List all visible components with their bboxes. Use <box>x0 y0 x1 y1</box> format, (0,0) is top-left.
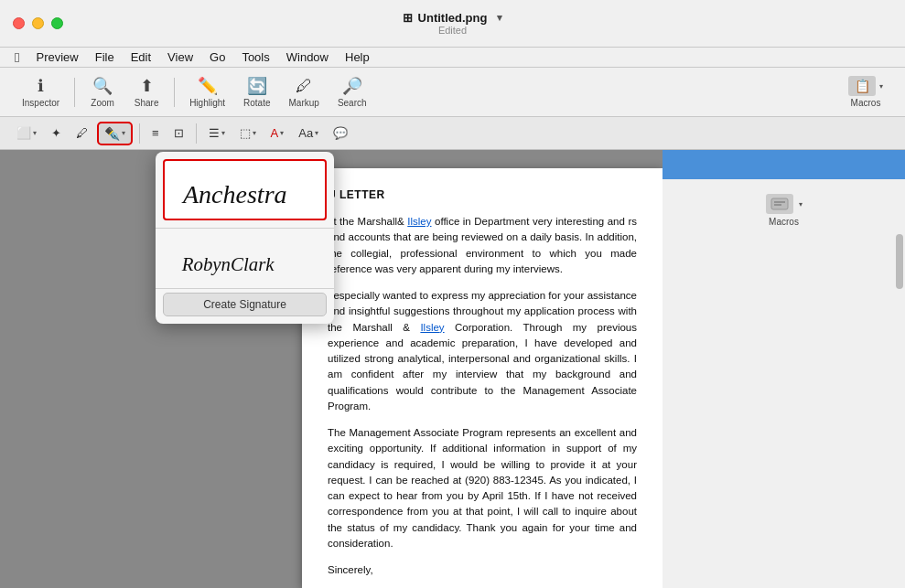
menu-go[interactable]: Go <box>202 49 232 65</box>
zoom-in-icon: 🔍 <box>92 76 113 96</box>
letter-para-1: at the Marshall& Ilsley office in Depart… <box>328 214 637 277</box>
right-panel-top <box>663 150 905 179</box>
title-bar: ⊞ Untitled.png ▾ Edited <box>0 0 905 48</box>
menu-bar:  Preview File Edit View Go Tools Window… <box>0 48 905 68</box>
menu-file[interactable]: File <box>88 49 122 65</box>
signature-item-2[interactable]: RobynClark <box>156 232 334 288</box>
markup-button[interactable]: 🖊 Markup <box>282 73 327 112</box>
svg-text:RobynClark: RobynClark <box>181 253 275 275</box>
letter-page: U LETTER at the Marshall& Ilsley office … <box>302 168 663 588</box>
search-label: Search <box>338 98 367 108</box>
menu-preview[interactable]: Preview <box>28 49 85 65</box>
menu-help[interactable]: Help <box>338 49 377 65</box>
window-title-area: ⊞ Untitled.png ▾ Edited <box>403 11 503 36</box>
markup-bar: ⬜ ▾ ✦ 🖊 ✒️ ▾ ≡ ⊡ ☰ ▾ ⬚ ▾ A ▾ Aa ▾ <box>0 117 905 150</box>
file-subtitle: Edited <box>438 25 467 36</box>
sketch-icon: 🖊 <box>76 126 88 140</box>
letter-para-3: The Management Associate Program represe… <box>328 425 637 551</box>
file-title: Untitled.png <box>418 11 488 25</box>
macros-dropdown-arrow: ▾ <box>879 82 883 91</box>
selection-tool-btn[interactable]: ⬜ ▾ <box>11 123 42 143</box>
instant-alpha-btn[interactable]: ✦ <box>46 123 67 143</box>
zoom-label: Zoom <box>91 98 114 108</box>
macros-button[interactable]: 📋 ▾ Macros <box>841 72 890 112</box>
macros-area-icon <box>766 194 793 214</box>
sig-divider <box>156 228 334 229</box>
macros-area: ▾ Macros <box>663 179 905 588</box>
maximize-button[interactable] <box>51 17 63 29</box>
letter-heading: U LETTER <box>328 187 637 203</box>
search-icon: 🔎 <box>342 76 362 96</box>
right-panel: ▾ Macros <box>663 150 905 588</box>
main-content: Anchestra RobynClark Create Signature <box>0 150 905 588</box>
font-dropdown-arrow: ▾ <box>315 129 318 137</box>
signature-icon: ✒️ <box>104 126 120 141</box>
border-dropdown-arrow: ▾ <box>253 129 256 137</box>
signature-image-1: Anchestra <box>172 165 318 215</box>
signature-image-2: RobynClark <box>167 240 323 281</box>
macros-area-btn[interactable]: ▾ Macros <box>755 188 813 232</box>
apple-menu-item[interactable]:  <box>7 49 27 65</box>
highlight-button[interactable]: ✏️ Highlight <box>182 72 232 112</box>
speech-bubble-btn[interactable]: 💬 <box>328 123 353 143</box>
speech-icon: 💬 <box>333 126 348 140</box>
signature-btn[interactable]: ✒️ ▾ <box>97 122 133 145</box>
annotation-layout-btn[interactable]: ☰ ▾ <box>203 123 231 143</box>
rotate-button[interactable]: 🔄 Rotate <box>236 72 277 112</box>
create-signature-button[interactable]: Create Signature <box>163 293 327 316</box>
selection-dropdown-arrow: ▾ <box>33 129 37 137</box>
svg-rect-2 <box>771 198 788 209</box>
letter-para-2: I especially wanted to express my apprec… <box>328 288 637 414</box>
menu-tools[interactable]: Tools <box>234 49 276 65</box>
search-button[interactable]: 🔎 Search <box>330 72 374 112</box>
markup-icon: 🖊 <box>296 77 312 96</box>
layout-dropdown-arrow: ▾ <box>221 129 225 137</box>
signature-dropdown-arrow: ▾ <box>122 129 125 137</box>
ilsley-link-1[interactable]: Ilsley <box>407 216 431 227</box>
highlight-label: Highlight <box>189 98 225 108</box>
share-button[interactable]: ⬆ Share <box>126 72 167 112</box>
selection-icon: ⬜ <box>16 126 31 140</box>
layout-icon: ☰ <box>209 126 220 140</box>
color-fill-btn[interactable]: A ▾ <box>265 123 290 143</box>
minimize-button[interactable] <box>32 17 44 29</box>
macros-icon: 📋 <box>848 76 876 96</box>
crop-btn[interactable]: ⊡ <box>168 123 189 143</box>
fill-dropdown-arrow: ▾ <box>280 129 284 137</box>
markup-sep-1 <box>139 123 140 144</box>
signature-item-1[interactable]: Anchestra <box>163 159 327 220</box>
sig-divider-2 <box>156 288 334 289</box>
view-button[interactable]: ▾ <box>497 12 502 24</box>
alpha-icon: ✦ <box>51 126 61 140</box>
letter-content: U LETTER at the Marshall& Ilsley office … <box>302 168 663 588</box>
share-icon: ⬆ <box>140 76 154 96</box>
macros-area-label: Macros <box>769 217 799 227</box>
macros-area-arrow: ▾ <box>799 200 803 208</box>
main-toolbar: ℹ Inspector 🔍 Zoom ⬆ Share ✏️ Highlight … <box>0 68 905 117</box>
menu-window[interactable]: Window <box>279 49 336 65</box>
adjust-color-btn[interactable]: ≡ <box>146 123 165 143</box>
markup-sep-2 <box>196 123 197 144</box>
font-icon: Aa <box>298 126 313 140</box>
document-panel: Anchestra RobynClark Create Signature <box>0 150 663 588</box>
sketch-btn[interactable]: 🖊 <box>70 123 93 143</box>
zoom-button[interactable]: 🔍 Zoom <box>82 72 123 112</box>
inspector-label: Inspector <box>22 98 59 108</box>
close-button[interactable] <box>13 17 25 29</box>
inspector-button[interactable]: ℹ Inspector <box>15 72 67 112</box>
border-style-btn[interactable]: ⬚ ▾ <box>234 123 262 143</box>
font-btn[interactable]: Aa ▾ <box>293 123 324 143</box>
toolbar-separator-2 <box>174 78 175 107</box>
ilsley-link-2[interactable]: Ilsley <box>420 322 444 333</box>
scrollbar[interactable] <box>896 234 903 289</box>
menu-edit[interactable]: Edit <box>124 49 158 65</box>
fill-icon: A <box>271 126 279 140</box>
menu-view[interactable]: View <box>160 49 200 65</box>
macros-label: Macros <box>851 98 881 108</box>
rotate-label: Rotate <box>243 98 270 108</box>
signature-popup: Anchestra RobynClark Create Signature <box>156 152 334 324</box>
svg-text:Anchestra: Anchestra <box>181 180 287 208</box>
crop-icon: ⊡ <box>174 126 184 140</box>
letter-sincerely: Sincerely, <box>328 562 637 578</box>
markup-label: Markup <box>289 98 319 108</box>
